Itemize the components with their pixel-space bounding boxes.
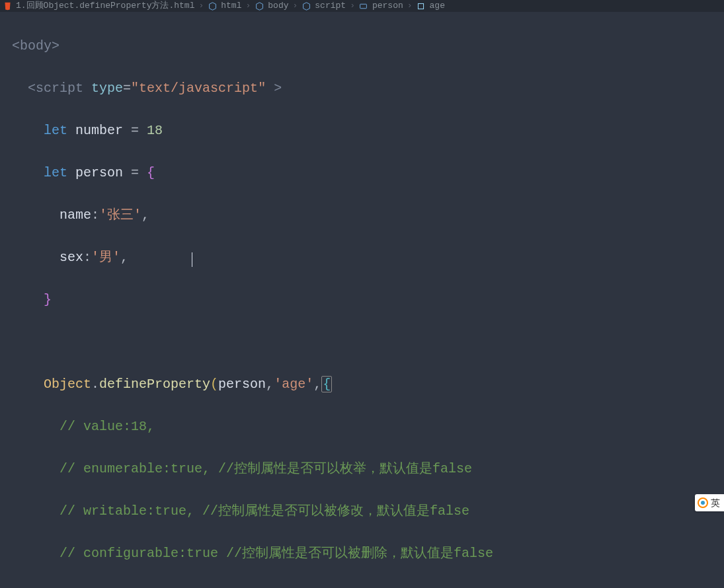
code-line[interactable]: name:'张三', xyxy=(12,205,712,226)
breadcrumb-item[interactable]: person xyxy=(372,0,403,12)
code-line[interactable]: sex:'男', xyxy=(12,247,712,268)
property-icon xyxy=(417,1,426,11)
cube-icon xyxy=(208,1,217,11)
code-line[interactable]: let person = { xyxy=(12,163,712,184)
code-line[interactable]: let number = 18 xyxy=(12,120,712,141)
ime-indicator[interactable]: 英 xyxy=(695,494,724,511)
html-file-icon xyxy=(3,1,12,11)
chevron-right-icon: › xyxy=(245,0,251,12)
svg-rect-1 xyxy=(419,3,424,9)
breadcrumb-file[interactable]: 1.回顾Object.defineProperty方法.html xyxy=(16,0,194,12)
chevron-right-icon: › xyxy=(198,0,204,12)
code-line[interactable]: // configurable:true //控制属性是否可以被删除，默认值是f… xyxy=(12,543,712,564)
cube-icon xyxy=(302,1,311,11)
text-cursor xyxy=(192,252,192,267)
code-line[interactable]: // value:18, xyxy=(12,416,712,437)
breadcrumb[interactable]: 1.回顾Object.defineProperty方法.html › html … xyxy=(0,0,724,12)
code-line[interactable]: } xyxy=(12,289,712,311)
code-line[interactable]: // enumerable:true, //控制属性是否可以枚举，默认值是fal… xyxy=(12,459,712,480)
svg-rect-0 xyxy=(360,4,367,9)
chevron-right-icon: › xyxy=(293,0,298,12)
ime-icon xyxy=(698,497,708,508)
variable-icon xyxy=(359,1,368,11)
chevron-right-icon: › xyxy=(407,0,413,12)
code-line[interactable] xyxy=(12,332,712,353)
code-line[interactable]: <script type="text/javascript" > xyxy=(12,78,712,99)
chevron-right-icon: › xyxy=(350,0,355,12)
ime-label: 英 xyxy=(711,496,720,510)
breadcrumb-item[interactable]: age xyxy=(430,0,445,12)
breadcrumb-item[interactable]: body xyxy=(268,0,288,12)
breadcrumb-item[interactable]: html xyxy=(221,0,241,12)
code-editor[interactable]: <body> <script type="text/javascript" > … xyxy=(0,12,724,588)
cube-icon xyxy=(255,1,264,11)
code-line[interactable]: // writable:true, //控制属性是否可以被修改，默认值是fals… xyxy=(12,501,712,522)
breadcrumb-item[interactable]: script xyxy=(315,0,346,12)
code-line[interactable]: <body> xyxy=(12,36,712,57)
code-line[interactable]: Object.defineProperty(person,'age',{ xyxy=(12,374,712,395)
code-line[interactable] xyxy=(12,585,712,588)
